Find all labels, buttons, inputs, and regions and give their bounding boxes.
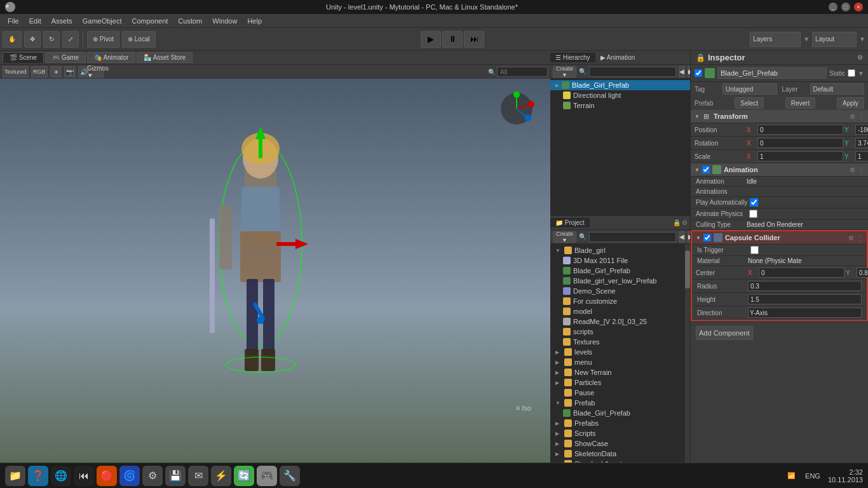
project-item-blade-girl[interactable]: ▼ Blade_girl — [550, 245, 690, 255]
project-item-menu[interactable]: ▶ menu — [550, 357, 690, 367]
minimize-button[interactable]: _ — [829, 3, 837, 11]
center-x-input[interactable] — [759, 268, 844, 278]
radius-input[interactable] — [748, 281, 862, 291]
direction-dropdown[interactable]: Y-Axis — [748, 308, 862, 318]
hierarchy-item-directional-light[interactable]: Directional light — [550, 90, 690, 100]
tab-hierarchy[interactable]: ☰ Hierarchy — [550, 53, 595, 62]
rotate-tool-button[interactable]: ↻ — [43, 31, 60, 48]
tab-animator[interactable]: 🎭 Animator — [87, 52, 135, 63]
local-button[interactable]: ⊕ Local — [122, 31, 156, 48]
animation-enabled-checkbox[interactable] — [702, 166, 710, 173]
transform-overflow-icon[interactable]: ⋮ — [858, 113, 864, 120]
taskbar-browser-icon[interactable]: 🌐 — [51, 466, 71, 486]
tag-dropdown[interactable]: Untagged — [722, 83, 777, 95]
project-item-pause[interactable]: Pause — [550, 388, 690, 398]
taskbar-media-icon[interactable]: ⏮ — [74, 466, 94, 486]
sun-icon[interactable]: ☀ — [50, 66, 62, 78]
is-trigger-checkbox[interactable] — [750, 246, 759, 254]
object-active-checkbox[interactable] — [695, 69, 702, 77]
taskbar-unity-icon[interactable]: 🎮 — [257, 466, 277, 486]
project-item-skeleton-data[interactable]: ▶ SkeletonData — [550, 449, 690, 459]
project-settings-icon[interactable]: ⚙ — [682, 219, 688, 226]
scale-y-input[interactable] — [855, 151, 868, 161]
project-item-scripts[interactable]: scripts — [550, 327, 690, 337]
rot-y-input[interactable] — [855, 138, 868, 148]
project-item-showcase[interactable]: ▶ ShowCase — [550, 438, 690, 449]
hierarchy-item-blade-girl-prefab[interactable]: ▶ Blade_Girl_Prefab — [550, 80, 690, 90]
layers-dropdown[interactable]: Layers — [750, 32, 801, 47]
menu-assets[interactable]: Assets — [46, 16, 78, 26]
select-button[interactable]: Select — [735, 97, 764, 109]
animation-header[interactable]: ▼ Animation ⚙ ⋮ — [691, 163, 868, 177]
pivot-button[interactable]: ⊕ Pivot — [87, 31, 119, 48]
layer-dropdown[interactable]: Default — [810, 83, 865, 95]
capsule-enabled-checkbox[interactable] — [703, 234, 711, 241]
scene-search-input[interactable] — [497, 67, 548, 77]
menu-help[interactable]: Help — [242, 16, 267, 26]
menu-edit[interactable]: Edit — [24, 16, 46, 26]
project-search-prev-btn[interactable]: ◀ — [679, 231, 685, 243]
project-item-readme[interactable]: ReadMe_[V 2.0]_03_25 — [550, 316, 690, 327]
menu-file[interactable]: File — [3, 16, 24, 26]
move-tool-button[interactable]: ✥ — [24, 31, 41, 48]
project-item-for-customize[interactable]: For customize — [550, 296, 690, 306]
gizmos-button[interactable]: Gizmos ▼ — [92, 66, 104, 78]
pause-button[interactable]: ⏸ — [442, 31, 463, 48]
hierarchy-search-input[interactable] — [589, 67, 676, 77]
project-item-levels[interactable]: ▶ levels — [550, 347, 690, 357]
tab-scene[interactable]: 🎬 Scene — [3, 52, 44, 63]
hierarchy-item-terrain[interactable]: Terrain — [550, 100, 690, 111]
hand-tool-button[interactable]: ✋ — [3, 31, 22, 48]
taskbar-firefox-icon[interactable]: 🔴 — [97, 466, 117, 486]
center-y-input[interactable] — [857, 268, 868, 278]
animation-overflow-icon[interactable]: ⋮ — [858, 166, 864, 173]
taskbar-settings-icon[interactable]: ⚙ — [142, 466, 163, 486]
hierarchy-create-button[interactable]: Create ▼ — [553, 66, 576, 78]
project-item-prefab-blade-girl[interactable]: Blade_Girl_Prefab — [550, 408, 690, 418]
capsule-settings-icon[interactable]: ⚙ — [848, 234, 854, 241]
color-mode-dropdown[interactable]: RGB — [31, 66, 48, 78]
pos-y-input[interactable] — [855, 125, 868, 135]
layout-dropdown[interactable]: Layout — [812, 32, 857, 47]
project-item-demo-scene[interactable]: Demo_Scene — [550, 286, 690, 296]
pos-x-input[interactable] — [757, 125, 843, 135]
project-scrollbar-thumb[interactable] — [685, 250, 690, 288]
camera-icon[interactable]: 📷 — [64, 66, 76, 78]
menu-custom[interactable]: Custom — [173, 16, 207, 26]
hierarchy-search-btn[interactable]: ◀ — [679, 66, 685, 78]
step-button[interactable]: ⏭ — [464, 31, 484, 48]
project-item-blade-girl-prefab[interactable]: Blade_Girl_Prefab — [550, 266, 690, 276]
project-item-prefabs[interactable]: ▶ Prefabs — [550, 418, 690, 428]
add-component-button[interactable]: Add Component — [696, 326, 753, 340]
scene-content[interactable]: Y X Z ≡ Iso — [0, 79, 550, 463]
close-button[interactable]: × — [854, 3, 863, 11]
project-create-button[interactable]: Create ▼ — [553, 231, 576, 243]
taskbar-save-icon[interactable]: 💾 — [165, 466, 186, 486]
taskbar-sync-icon[interactable]: 🔄 — [234, 466, 254, 486]
project-item-prefab[interactable]: ▼ Prefab — [550, 398, 690, 408]
project-item-new-terrain[interactable]: ▶ New Terrain — [550, 367, 690, 377]
taskbar-help-icon[interactable]: ❓ — [28, 466, 48, 486]
lock-icon[interactable]: 🔒 — [673, 219, 681, 226]
revert-button[interactable]: Revert — [785, 97, 815, 109]
object-name-input[interactable] — [717, 67, 827, 79]
capsule-collider-header[interactable]: ▼ Capsule Collider ⚙ ⋮ — [692, 231, 867, 245]
project-item-3dmax[interactable]: 3D Max 2011 File — [550, 255, 690, 266]
menu-gameobject[interactable]: GameObject — [78, 16, 127, 26]
apply-button[interactable]: Apply — [837, 97, 864, 109]
play-button[interactable]: ▶ — [421, 31, 441, 48]
project-item-blade-girl-ver-low[interactable]: Blade_girl_ver_low_Prefab — [550, 276, 690, 286]
menu-component[interactable]: Component — [126, 16, 173, 26]
project-item-model[interactable]: model — [550, 306, 690, 316]
taskbar-tool-icon[interactable]: 🔧 — [280, 466, 300, 486]
project-scrollbar[interactable] — [685, 244, 690, 463]
capsule-overflow-icon[interactable]: ⋮ — [857, 234, 863, 241]
play-auto-checkbox[interactable] — [750, 198, 758, 207]
scale-x-input[interactable] — [757, 151, 843, 161]
height-input[interactable] — [748, 294, 862, 304]
scale-tool-button[interactable]: ⤢ — [62, 31, 79, 48]
project-search-input[interactable] — [589, 232, 676, 242]
tab-asset-store[interactable]: 🏪 Asset Store — [137, 52, 193, 63]
taskbar-java-icon[interactable]: 🌀 — [119, 466, 140, 486]
taskbar-thunder-icon[interactable]: ⚡ — [211, 466, 231, 486]
